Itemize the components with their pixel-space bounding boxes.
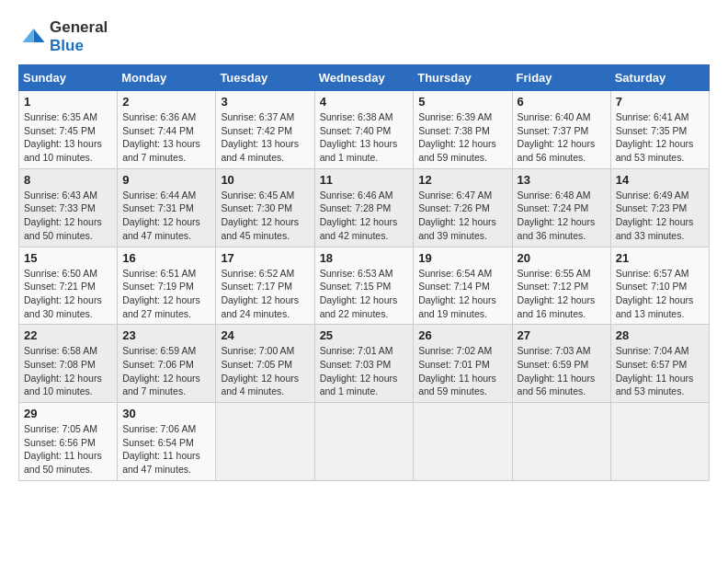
day-number: 13 (518, 173, 606, 187)
day-number: 29 (24, 407, 112, 420)
day-number: 19 (418, 251, 506, 265)
day-info: Sunrise: 6:47 AM Sunset: 7:26 PM Dayligh… (418, 189, 506, 243)
day-info: Sunrise: 6:41 AM Sunset: 7:35 PM Dayligh… (616, 110, 704, 165)
day-info: Sunrise: 6:50 AM Sunset: 7:21 PM Dayligh… (24, 267, 112, 321)
day-number: 23 (122, 328, 210, 342)
calendar-cell: 24Sunrise: 7:00 AM Sunset: 7:05 PM Dayli… (216, 325, 314, 403)
day-info: Sunrise: 6:46 AM Sunset: 7:28 PM Dayligh… (320, 189, 409, 243)
calendar-cell: 9Sunrise: 6:44 AM Sunset: 7:31 PM Daylig… (118, 168, 216, 247)
day-number: 22 (24, 328, 112, 342)
day-info: Sunrise: 6:54 AM Sunset: 7:14 PM Dayligh… (418, 267, 506, 321)
day-number: 12 (418, 173, 506, 187)
calendar-cell: 29Sunrise: 7:05 AM Sunset: 6:56 PM Dayli… (19, 403, 118, 481)
day-info: Sunrise: 7:00 AM Sunset: 7:05 PM Dayligh… (221, 344, 309, 398)
day-number: 21 (616, 251, 704, 265)
calendar-cell: 4Sunrise: 6:38 AM Sunset: 7:40 PM Daylig… (314, 91, 414, 169)
weekday-header-saturday: Saturday (610, 65, 709, 91)
calendar-cell: 2Sunrise: 6:36 AM Sunset: 7:44 PM Daylig… (118, 91, 216, 169)
calendar-cell: 30Sunrise: 7:06 AM Sunset: 6:54 PM Dayli… (118, 403, 216, 481)
calendar-cell: 14Sunrise: 6:49 AM Sunset: 7:23 PM Dayli… (610, 168, 709, 247)
calendar-cell: 5Sunrise: 6:39 AM Sunset: 7:38 PM Daylig… (414, 91, 512, 169)
day-number: 26 (418, 328, 506, 342)
page-header: General Blue (18, 18, 710, 55)
calendar-cell (216, 403, 314, 481)
day-info: Sunrise: 7:02 AM Sunset: 7:01 PM Dayligh… (418, 344, 506, 398)
calendar-table: SundayMondayTuesdayWednesdayThursdayFrid… (18, 64, 710, 481)
calendar-cell: 27Sunrise: 7:03 AM Sunset: 6:59 PM Dayli… (512, 325, 610, 403)
day-number: 15 (24, 251, 112, 265)
day-number: 4 (320, 95, 409, 109)
calendar-cell: 7Sunrise: 6:41 AM Sunset: 7:35 PM Daylig… (610, 91, 709, 169)
day-number: 18 (320, 251, 409, 265)
calendar-cell: 3Sunrise: 6:37 AM Sunset: 7:42 PM Daylig… (216, 91, 314, 169)
day-info: Sunrise: 7:04 AM Sunset: 6:57 PM Dayligh… (616, 344, 704, 398)
calendar-cell: 11Sunrise: 6:46 AM Sunset: 7:28 PM Dayli… (314, 168, 414, 247)
calendar-cell: 21Sunrise: 6:57 AM Sunset: 7:10 PM Dayli… (610, 247, 709, 325)
svg-marker-0 (34, 29, 45, 42)
day-info: Sunrise: 6:39 AM Sunset: 7:38 PM Dayligh… (418, 110, 506, 165)
day-info: Sunrise: 6:53 AM Sunset: 7:15 PM Dayligh… (320, 267, 409, 321)
day-info: Sunrise: 6:40 AM Sunset: 7:37 PM Dayligh… (518, 110, 606, 165)
day-info: Sunrise: 6:36 AM Sunset: 7:44 PM Dayligh… (122, 110, 210, 165)
calendar-cell (414, 403, 512, 481)
calendar-cell: 15Sunrise: 6:50 AM Sunset: 7:21 PM Dayli… (19, 247, 118, 325)
day-number: 1 (24, 95, 112, 109)
svg-marker-1 (23, 29, 34, 42)
day-number: 8 (24, 173, 112, 187)
day-info: Sunrise: 6:48 AM Sunset: 7:24 PM Dayligh… (518, 189, 606, 243)
day-info: Sunrise: 7:05 AM Sunset: 6:56 PM Dayligh… (24, 422, 112, 477)
calendar-cell (610, 403, 709, 481)
calendar-cell: 22Sunrise: 6:58 AM Sunset: 7:08 PM Dayli… (19, 325, 118, 403)
logo-text: General Blue (50, 18, 108, 55)
day-number: 7 (616, 95, 704, 109)
day-number: 24 (221, 328, 309, 342)
day-info: Sunrise: 6:45 AM Sunset: 7:30 PM Dayligh… (221, 189, 309, 243)
weekday-header-thursday: Thursday (414, 65, 512, 91)
day-number: 10 (221, 173, 309, 187)
day-number: 6 (518, 95, 606, 109)
calendar-cell: 20Sunrise: 6:55 AM Sunset: 7:12 PM Dayli… (512, 247, 610, 325)
day-info: Sunrise: 6:59 AM Sunset: 7:06 PM Dayligh… (122, 344, 210, 398)
day-info: Sunrise: 7:01 AM Sunset: 7:03 PM Dayligh… (320, 344, 409, 398)
day-info: Sunrise: 6:52 AM Sunset: 7:17 PM Dayligh… (221, 267, 309, 321)
day-number: 20 (518, 251, 606, 265)
weekday-header-monday: Monday (118, 65, 216, 91)
day-info: Sunrise: 6:43 AM Sunset: 7:33 PM Dayligh… (24, 189, 112, 243)
calendar-cell: 10Sunrise: 6:45 AM Sunset: 7:30 PM Dayli… (216, 168, 314, 247)
calendar-cell: 6Sunrise: 6:40 AM Sunset: 7:37 PM Daylig… (512, 91, 610, 169)
calendar-cell: 1Sunrise: 6:35 AM Sunset: 7:45 PM Daylig… (19, 91, 118, 169)
day-number: 9 (122, 173, 210, 187)
day-number: 16 (122, 251, 210, 265)
day-info: Sunrise: 7:03 AM Sunset: 6:59 PM Dayligh… (518, 344, 606, 398)
day-number: 5 (418, 95, 506, 109)
day-info: Sunrise: 7:06 AM Sunset: 6:54 PM Dayligh… (122, 422, 210, 477)
calendar-week-1: 1Sunrise: 6:35 AM Sunset: 7:45 PM Daylig… (19, 91, 710, 169)
day-info: Sunrise: 6:55 AM Sunset: 7:12 PM Dayligh… (518, 267, 606, 321)
day-number: 3 (221, 95, 309, 109)
calendar-cell: 16Sunrise: 6:51 AM Sunset: 7:19 PM Dayli… (118, 247, 216, 325)
weekday-header-wednesday: Wednesday (314, 65, 414, 91)
day-number: 25 (320, 328, 409, 342)
calendar-cell (512, 403, 610, 481)
day-info: Sunrise: 6:44 AM Sunset: 7:31 PM Dayligh… (122, 189, 210, 243)
calendar-cell: 28Sunrise: 7:04 AM Sunset: 6:57 PM Dayli… (610, 325, 709, 403)
calendar-week-5: 29Sunrise: 7:05 AM Sunset: 6:56 PM Dayli… (19, 403, 710, 481)
weekday-header-friday: Friday (512, 65, 610, 91)
day-number: 30 (122, 407, 210, 420)
weekday-header-sunday: Sunday (19, 65, 118, 91)
day-info: Sunrise: 6:57 AM Sunset: 7:10 PM Dayligh… (616, 267, 704, 321)
day-number: 28 (616, 328, 704, 342)
calendar-cell: 12Sunrise: 6:47 AM Sunset: 7:26 PM Dayli… (414, 168, 512, 247)
calendar-cell: 26Sunrise: 7:02 AM Sunset: 7:01 PM Dayli… (414, 325, 512, 403)
calendar-cell: 23Sunrise: 6:59 AM Sunset: 7:06 PM Dayli… (118, 325, 216, 403)
calendar-week-4: 22Sunrise: 6:58 AM Sunset: 7:08 PM Dayli… (19, 325, 710, 403)
day-info: Sunrise: 6:37 AM Sunset: 7:42 PM Dayligh… (221, 110, 309, 165)
calendar-cell: 18Sunrise: 6:53 AM Sunset: 7:15 PM Dayli… (314, 247, 414, 325)
day-number: 17 (221, 251, 309, 265)
day-number: 11 (320, 173, 409, 187)
day-number: 2 (122, 95, 210, 109)
day-info: Sunrise: 6:35 AM Sunset: 7:45 PM Dayligh… (24, 110, 112, 165)
day-number: 14 (616, 173, 704, 187)
day-info: Sunrise: 6:58 AM Sunset: 7:08 PM Dayligh… (24, 344, 112, 398)
calendar-cell: 25Sunrise: 7:01 AM Sunset: 7:03 PM Dayli… (314, 325, 414, 403)
